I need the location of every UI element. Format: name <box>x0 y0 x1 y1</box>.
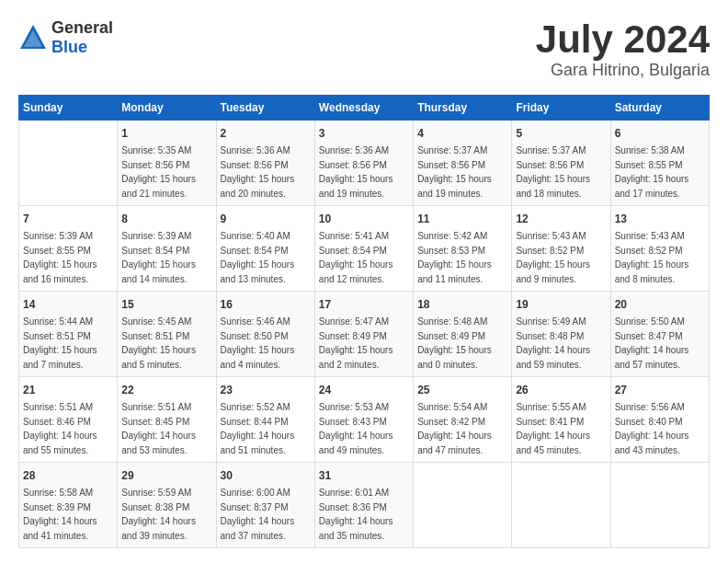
day-number: 11 <box>417 211 507 227</box>
day-info: Sunrise: 5:39 AM Sunset: 8:55 PM Dayligh… <box>23 229 113 286</box>
calendar-cell: 2Sunrise: 5:36 AM Sunset: 8:56 PM Daylig… <box>216 121 314 206</box>
calendar-cell: 5Sunrise: 5:37 AM Sunset: 8:56 PM Daylig… <box>512 121 610 206</box>
day-number: 3 <box>319 125 409 142</box>
header-day: Tuesday <box>216 96 314 121</box>
day-info: Sunrise: 5:51 AM Sunset: 8:45 PM Dayligh… <box>121 400 211 457</box>
day-number: 31 <box>319 467 409 484</box>
calendar-cell: 30Sunrise: 6:00 AM Sunset: 8:37 PM Dayli… <box>216 463 314 548</box>
day-number: 9 <box>221 211 311 227</box>
day-number: 22 <box>121 382 211 398</box>
calendar-cell: 17Sunrise: 5:47 AM Sunset: 8:49 PM Dayli… <box>314 292 413 377</box>
calendar-cell: 27Sunrise: 5:56 AM Sunset: 8:40 PM Dayli… <box>610 377 709 463</box>
day-info: Sunrise: 5:48 AM Sunset: 8:49 PM Dayligh… <box>417 315 507 372</box>
header-day: Sunday <box>19 96 118 121</box>
calendar-cell: 23Sunrise: 5:52 AM Sunset: 8:44 PM Dayli… <box>216 377 314 463</box>
calendar-cell: 1Sunrise: 5:35 AM Sunset: 8:56 PM Daylig… <box>118 121 216 206</box>
day-info: Sunrise: 5:43 AM Sunset: 8:52 PM Dayligh… <box>615 229 705 286</box>
day-info: Sunrise: 5:46 AM Sunset: 8:50 PM Dayligh… <box>221 315 311 372</box>
day-info: Sunrise: 5:50 AM Sunset: 8:47 PM Dayligh… <box>615 315 705 372</box>
day-number: 24 <box>319 382 409 398</box>
day-number: 5 <box>516 125 606 142</box>
day-info: Sunrise: 5:49 AM Sunset: 8:48 PM Dayligh… <box>516 315 606 372</box>
day-info: Sunrise: 5:56 AM Sunset: 8:40 PM Dayligh… <box>615 400 705 457</box>
calendar-cell: 12Sunrise: 5:43 AM Sunset: 8:52 PM Dayli… <box>512 206 610 292</box>
day-info: Sunrise: 5:42 AM Sunset: 8:53 PM Dayligh… <box>417 229 507 286</box>
header-day: Monday <box>118 96 216 121</box>
day-info: Sunrise: 5:35 AM Sunset: 8:56 PM Dayligh… <box>121 144 211 201</box>
main-title: July 2024 <box>536 18 710 61</box>
day-number: 7 <box>23 211 113 227</box>
header-day: Thursday <box>414 96 512 121</box>
day-info: Sunrise: 5:37 AM Sunset: 8:56 PM Dayligh… <box>417 144 507 201</box>
day-number: 27 <box>615 382 705 398</box>
calendar-week-row: 1Sunrise: 5:35 AM Sunset: 8:56 PM Daylig… <box>19 121 710 206</box>
title-block: July 2024 Gara Hitrino, Bulgaria <box>536 18 710 80</box>
day-info: Sunrise: 5:47 AM Sunset: 8:49 PM Dayligh… <box>319 315 409 372</box>
day-info: Sunrise: 5:53 AM Sunset: 8:43 PM Dayligh… <box>319 400 409 457</box>
calendar-cell: 15Sunrise: 5:45 AM Sunset: 8:51 PM Dayli… <box>118 292 216 377</box>
day-info: Sunrise: 6:00 AM Sunset: 8:37 PM Dayligh… <box>221 486 311 543</box>
day-info: Sunrise: 6:01 AM Sunset: 8:36 PM Dayligh… <box>319 486 409 543</box>
calendar-cell: 3Sunrise: 5:36 AM Sunset: 8:56 PM Daylig… <box>314 121 413 206</box>
calendar-cell: 25Sunrise: 5:54 AM Sunset: 8:42 PM Dayli… <box>414 377 512 463</box>
calendar-table: SundayMondayTuesdayWednesdayThursdayFrid… <box>18 95 710 548</box>
day-number: 12 <box>516 211 606 227</box>
day-info: Sunrise: 5:52 AM Sunset: 8:44 PM Dayligh… <box>221 400 311 457</box>
day-info: Sunrise: 5:36 AM Sunset: 8:56 PM Dayligh… <box>221 144 311 201</box>
calendar-cell: 29Sunrise: 5:59 AM Sunset: 8:38 PM Dayli… <box>118 463 216 548</box>
day-info: Sunrise: 5:51 AM Sunset: 8:46 PM Dayligh… <box>23 400 113 457</box>
calendar-cell: 14Sunrise: 5:44 AM Sunset: 8:51 PM Dayli… <box>19 292 118 377</box>
day-info: Sunrise: 5:39 AM Sunset: 8:54 PM Dayligh… <box>121 229 211 286</box>
calendar-cell: 28Sunrise: 5:58 AM Sunset: 8:39 PM Dayli… <box>19 463 118 548</box>
calendar-week-row: 14Sunrise: 5:44 AM Sunset: 8:51 PM Dayli… <box>19 292 710 377</box>
day-number: 10 <box>319 211 409 227</box>
logo-icon <box>18 23 48 52</box>
calendar-cell: 6Sunrise: 5:38 AM Sunset: 8:55 PM Daylig… <box>610 121 709 206</box>
calendar-cell: 19Sunrise: 5:49 AM Sunset: 8:48 PM Dayli… <box>512 292 610 377</box>
calendar-cell <box>414 463 512 548</box>
page-header: General Blue July 2024 Gara Hitrino, Bul… <box>18 18 710 80</box>
day-info: Sunrise: 5:54 AM Sunset: 8:42 PM Dayligh… <box>417 400 507 457</box>
day-number: 15 <box>121 296 211 313</box>
day-number: 30 <box>221 467 311 484</box>
day-number: 2 <box>221 125 311 142</box>
day-number: 21 <box>23 382 113 398</box>
day-info: Sunrise: 5:58 AM Sunset: 8:39 PM Dayligh… <box>23 486 113 543</box>
day-number: 16 <box>221 296 311 313</box>
calendar-cell: 22Sunrise: 5:51 AM Sunset: 8:45 PM Dayli… <box>118 377 216 463</box>
calendar-cell: 4Sunrise: 5:37 AM Sunset: 8:56 PM Daylig… <box>414 121 512 206</box>
day-number: 28 <box>23 467 113 484</box>
day-info: Sunrise: 5:36 AM Sunset: 8:56 PM Dayligh… <box>319 144 409 201</box>
calendar-week-row: 28Sunrise: 5:58 AM Sunset: 8:39 PM Dayli… <box>19 463 710 548</box>
day-number: 29 <box>121 467 211 484</box>
calendar-cell: 21Sunrise: 5:51 AM Sunset: 8:46 PM Dayli… <box>19 377 118 463</box>
day-number: 26 <box>516 382 606 398</box>
calendar-cell: 10Sunrise: 5:41 AM Sunset: 8:54 PM Dayli… <box>314 206 413 292</box>
calendar-cell: 18Sunrise: 5:48 AM Sunset: 8:49 PM Dayli… <box>414 292 512 377</box>
day-number: 13 <box>615 211 705 227</box>
day-info: Sunrise: 5:41 AM Sunset: 8:54 PM Dayligh… <box>319 229 409 286</box>
day-number: 18 <box>417 296 507 313</box>
calendar-week-row: 7Sunrise: 5:39 AM Sunset: 8:55 PM Daylig… <box>19 206 710 292</box>
day-number: 25 <box>417 382 507 398</box>
day-number: 8 <box>121 211 211 227</box>
header-row: SundayMondayTuesdayWednesdayThursdayFrid… <box>19 96 710 121</box>
calendar-cell <box>19 121 118 206</box>
calendar-cell: 11Sunrise: 5:42 AM Sunset: 8:53 PM Dayli… <box>414 206 512 292</box>
day-number: 1 <box>121 125 211 142</box>
logo-general: General <box>51 18 113 37</box>
logo: General Blue <box>18 18 113 57</box>
calendar-week-row: 21Sunrise: 5:51 AM Sunset: 8:46 PM Dayli… <box>19 377 710 463</box>
day-info: Sunrise: 5:44 AM Sunset: 8:51 PM Dayligh… <box>23 315 113 372</box>
header-day: Saturday <box>610 96 709 121</box>
calendar-cell <box>610 463 709 548</box>
header-day: Wednesday <box>314 96 413 121</box>
calendar-cell: 9Sunrise: 5:40 AM Sunset: 8:54 PM Daylig… <box>216 206 314 292</box>
calendar-cell: 7Sunrise: 5:39 AM Sunset: 8:55 PM Daylig… <box>19 206 118 292</box>
day-info: Sunrise: 5:40 AM Sunset: 8:54 PM Dayligh… <box>221 229 311 286</box>
day-info: Sunrise: 5:38 AM Sunset: 8:55 PM Dayligh… <box>615 144 705 201</box>
calendar-cell: 8Sunrise: 5:39 AM Sunset: 8:54 PM Daylig… <box>118 206 216 292</box>
header-day: Friday <box>512 96 610 121</box>
day-number: 17 <box>319 296 409 313</box>
logo-blue: Blue <box>51 38 87 56</box>
